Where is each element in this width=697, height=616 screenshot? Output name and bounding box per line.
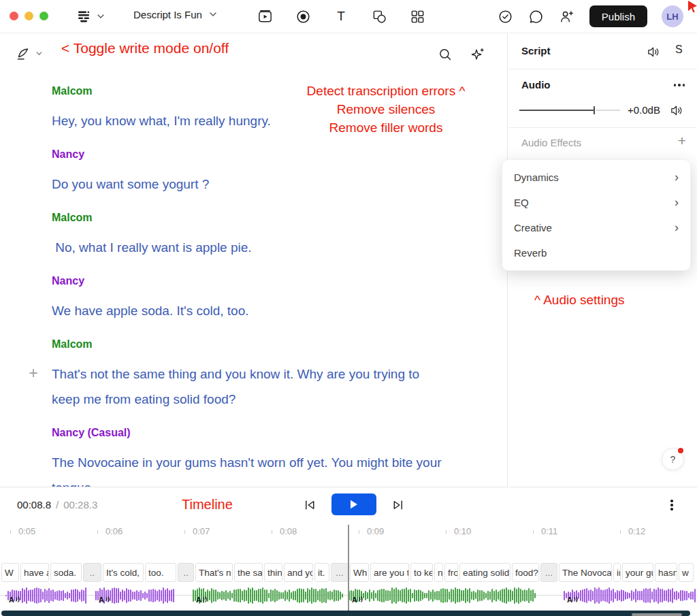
project-name-dropdown[interactable]: Descript Is Fun — [133, 9, 216, 20]
window-zoom-button[interactable] — [39, 12, 48, 20]
waveform-segment[interactable]: A — [95, 583, 176, 608]
word-segment[interactable]: The Novoca — [559, 563, 612, 582]
effects-menu-item-dynamics[interactable]: Dynamics› — [502, 165, 690, 190]
word-segment[interactable]: Wh — [350, 563, 369, 582]
media-player-button[interactable] — [257, 8, 273, 25]
shapes-button[interactable] — [371, 8, 387, 25]
playhead[interactable] — [348, 525, 349, 611]
audio-section-title: Audio — [521, 79, 551, 91]
speaker-label[interactable]: Nancy — [52, 275, 498, 289]
waveform-segment[interactable]: A — [5, 583, 87, 608]
word-segment[interactable]: in — [613, 563, 621, 582]
effects-menu-item-creative[interactable]: Creative› — [502, 215, 690, 240]
video-player-icon — [257, 9, 273, 25]
skip-forward-button[interactable] — [389, 497, 406, 513]
speaker-label[interactable]: Malcom — [52, 212, 498, 225]
composition-bar[interactable] — [1, 611, 690, 616]
add-effect-button[interactable]: + — [678, 133, 686, 149]
script-paragraph[interactable]: NancyWe have apple soda. It's cold, too. — [52, 275, 498, 323]
annotation-timeline: Timeline — [182, 497, 233, 513]
user-avatar[interactable]: LH — [662, 5, 683, 27]
play-button[interactable] — [331, 493, 376, 515]
help-button[interactable]: ? — [662, 448, 684, 470]
write-mode-toggle[interactable] — [15, 46, 42, 62]
transcript-line[interactable]: Do you want some yogurt ? — [52, 172, 498, 197]
silence-gap[interactable]: ... — [540, 563, 557, 582]
invite-button[interactable] — [559, 8, 575, 25]
script-paragraph[interactable]: MalcomThat's not the same thing and you … — [52, 338, 498, 412]
project-title: Descript Is Fun — [133, 9, 202, 20]
word-segment[interactable]: w — [679, 563, 694, 582]
skip-back-button[interactable] — [302, 497, 318, 513]
transcript-line[interactable]: keep me from eating solid food? — [52, 387, 498, 412]
transcript-line[interactable]: That's not the same thing and you know i… — [52, 361, 498, 387]
script-paragraph[interactable]: Malcom No, what I really want is apple p… — [52, 212, 498, 260]
insert-block-button[interactable]: + — [25, 364, 42, 382]
descript-menu-button[interactable] — [76, 9, 104, 24]
speaker-label[interactable]: Malcom — [52, 338, 498, 352]
silence-gap[interactable]: .. — [178, 563, 194, 582]
script-paragraph[interactable]: NancyDo you want some yogurt ? — [52, 148, 498, 197]
divider — [508, 127, 697, 128]
speaker-label[interactable]: Nancy — [52, 148, 498, 162]
ai-actions-button[interactable] — [469, 46, 485, 63]
word-segment[interactable]: hasn — [655, 563, 677, 582]
word-segment[interactable]: fron — [444, 563, 458, 582]
word-segment[interactable]: have a — [20, 563, 49, 582]
word-segment[interactable]: too. — [145, 563, 176, 582]
record-button[interactable] — [295, 8, 311, 25]
gain-value[interactable]: +0.0dB — [628, 104, 660, 116]
word-segment[interactable]: and you — [284, 563, 313, 582]
word-segment[interactable]: food? — [512, 563, 539, 582]
transcript-line[interactable]: The Novocaine in your gums hasn't worn o… — [52, 450, 498, 475]
window-close-button[interactable] — [10, 12, 18, 20]
publish-button[interactable]: Publish — [589, 5, 647, 27]
effects-menu-item-eq[interactable]: EQ› — [502, 190, 690, 215]
word-segment[interactable]: n — [434, 563, 443, 582]
gain-slider-handle[interactable] — [594, 106, 595, 114]
word-segment[interactable]: it. — [314, 563, 329, 582]
timeline-scrollbar[interactable] — [632, 613, 682, 616]
word-segment[interactable]: thin — [264, 563, 282, 582]
word-segment[interactable]: W — [1, 563, 19, 582]
word-segment[interactable]: It's cold, — [103, 563, 144, 582]
waveform-segment[interactable]: A — [348, 583, 538, 608]
window-controls — [10, 12, 48, 20]
timeline-options-button[interactable] — [665, 497, 679, 513]
time-separator: / — [56, 499, 59, 510]
waveform-segment[interactable]: A — [193, 583, 344, 608]
comments-button[interactable] — [528, 8, 545, 25]
transcript-line[interactable]: No, what I really want is apple pie. — [52, 235, 498, 260]
audio-options-button[interactable] — [674, 84, 685, 86]
transcript-line[interactable]: We have apple soda. It's cold, too. — [52, 298, 498, 323]
script-rail-letter[interactable]: S — [675, 44, 683, 56]
tasks-button[interactable] — [498, 8, 514, 25]
ruler-time-label: 0:06 — [106, 526, 123, 536]
gain-slider-track[interactable] — [519, 110, 594, 111]
current-time[interactable]: 00:08.8 — [17, 499, 51, 510]
audio-effects-title: Audio Effects — [521, 137, 581, 148]
gain-slider-track-remainder[interactable] — [596, 110, 620, 111]
layout-grid-button[interactable] — [409, 8, 425, 25]
sound-waves-icon — [573, 596, 579, 603]
word-segment[interactable]: to ke — [410, 563, 433, 582]
word-track: Whave asoda...It's cold,too...That's nth… — [1, 563, 697, 583]
search-button[interactable] — [437, 46, 453, 63]
script-mute-button[interactable] — [645, 44, 662, 60]
text-tool-button[interactable]: T — [333, 8, 349, 25]
word-segment[interactable]: That's n — [195, 563, 233, 582]
window-minimize-button[interactable] — [25, 12, 33, 20]
effects-menu-item-reverb[interactable]: Reverb — [502, 240, 690, 265]
word-segment[interactable]: your gu — [622, 563, 653, 582]
word-segment[interactable]: the sa — [234, 563, 263, 582]
word-segment[interactable]: are you t — [370, 563, 409, 582]
ruler-time-label: 0:08 — [280, 526, 297, 536]
silence-gap[interactable]: .. — [83, 563, 101, 582]
word-segment[interactable]: eating solid — [459, 563, 510, 582]
speaker-label[interactable]: Nancy (Casual) — [52, 427, 498, 440]
audio-mute-button[interactable] — [668, 102, 685, 118]
waveform-segment[interactable]: A — [564, 583, 697, 608]
skip-back-icon — [304, 499, 317, 511]
silence-gap[interactable]: ... — [331, 563, 348, 582]
word-segment[interactable]: soda. — [50, 563, 82, 582]
